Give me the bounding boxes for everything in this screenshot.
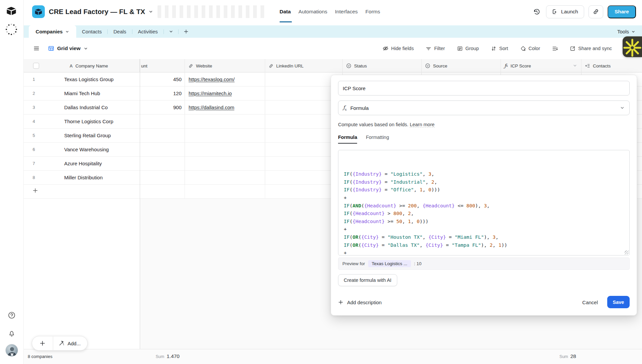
column-header-linkedin-url[interactable]: LinkedIn URL — [265, 59, 343, 72]
view-toolbar: Grid view Hide fields Filter Group — [24, 38, 642, 59]
primary-cell[interactable]: 8 Miller Distribution — [24, 171, 140, 185]
select-all-checkbox[interactable] — [33, 63, 39, 69]
column-header-icp-score[interactable]: ƒx ICP Score — [501, 59, 581, 72]
website-link[interactable]: https://texaslog.com/ — [189, 76, 235, 82]
field-type-hint: Compute values based on fields. Learn mo… — [338, 122, 435, 127]
field-menu-chevron-icon[interactable] — [573, 63, 577, 68]
loading-spinner — [5, 23, 18, 36]
website-cell[interactable]: https://texaslog.com/ — [185, 72, 265, 86]
primary-cell[interactable]: 3 Dallas Industrial Co — [24, 101, 140, 115]
icp-score-summary[interactable]: Sum 28 — [501, 353, 581, 359]
resize-grip-icon[interactable] — [625, 250, 629, 254]
help-icon[interactable] — [8, 311, 16, 319]
website-cell[interactable] — [185, 115, 265, 129]
launch-icon — [552, 9, 558, 15]
headcount-summary[interactable]: Sum 1.470 — [140, 353, 182, 359]
table-tab-bar: Companies Contacts Deals Activities Tool… — [24, 25, 642, 38]
airtable-logo-icon[interactable] — [6, 6, 17, 16]
filter-button[interactable]: Filter — [426, 46, 445, 51]
launch-button[interactable]: Launch — [546, 5, 584, 18]
tools-menu[interactable]: Tools — [617, 25, 635, 38]
linked-record-icon — [585, 63, 590, 68]
color-button[interactable]: Color — [520, 46, 540, 51]
headcount-cell[interactable] — [140, 129, 185, 143]
website-cell[interactable] — [185, 143, 265, 157]
sort-button[interactable]: Sort — [491, 46, 508, 51]
headcount-cell[interactable]: 900 — [140, 101, 185, 115]
add-table-plus-icon[interactable] — [179, 29, 194, 34]
loading-skeleton-bars — [157, 5, 268, 18]
nav-tab-interfaces[interactable]: Interfaces — [335, 9, 358, 15]
column-header-source[interactable]: Source — [422, 59, 501, 72]
tab-formatting[interactable]: Formatting — [366, 135, 389, 144]
extension-starburst-icon[interactable] — [623, 36, 642, 57]
url-link-icon — [188, 63, 193, 68]
headcount-cell[interactable]: 120 — [140, 86, 185, 101]
website-cell[interactable]: https://miamitech.io — [185, 86, 265, 101]
group-button[interactable]: Group — [457, 46, 479, 51]
primary-cell[interactable]: 2 Miami Tech Hub — [24, 86, 140, 101]
add-record-plus-button[interactable] — [32, 336, 53, 350]
preview-label: Preview for — [342, 261, 365, 266]
base-icon[interactable] — [32, 5, 45, 18]
launch-label: Launch — [561, 9, 578, 15]
column-header-company-name[interactable]: A Company Name — [24, 59, 140, 72]
user-avatar[interactable] — [5, 344, 18, 357]
add-with-ai-button[interactable]: Add... — [53, 336, 87, 350]
cancel-button[interactable]: Cancel — [582, 296, 598, 308]
tab-contacts[interactable]: Contacts — [76, 29, 107, 34]
column-header-headcount-clipped[interactable]: unt — [140, 59, 185, 72]
headcount-cell[interactable]: 450 — [140, 72, 185, 86]
learn-more-link[interactable]: Learn more — [410, 122, 434, 128]
nav-tab-data[interactable]: Data — [280, 9, 291, 15]
primary-cell[interactable]: 5 Sterling Retail Group — [24, 129, 140, 143]
formula-editor[interactable]: IF({Industry} = "Logistics", 3,IF({Indus… — [338, 150, 630, 255]
headcount-cell[interactable] — [140, 171, 185, 185]
view-sidebar-toggle-icon[interactable] — [33, 45, 39, 51]
table-list-chevron-icon[interactable] — [164, 29, 178, 34]
copy-link-icon[interactable] — [588, 5, 603, 18]
share-button[interactable]: Share — [608, 5, 636, 18]
website-link[interactable]: https://dallasind.com — [189, 105, 234, 110]
chevron-down-icon — [620, 106, 625, 110]
primary-cell[interactable]: 6 Vance Warehousing — [24, 143, 140, 157]
add-description-button[interactable]: Add description — [338, 296, 382, 308]
website-cell[interactable] — [185, 171, 265, 185]
tab-formula[interactable]: Formula — [338, 135, 357, 144]
field-name-input[interactable] — [338, 81, 630, 96]
primary-cell[interactable]: 4 Thorne Logistics Corp — [24, 115, 140, 129]
row-number: 6 — [24, 147, 44, 152]
website-cell[interactable] — [185, 129, 265, 143]
tab-companies[interactable]: Companies — [29, 25, 76, 38]
headcount-cell[interactable] — [140, 157, 185, 171]
tab-activities[interactable]: Activities — [132, 29, 164, 34]
column-header-contacts[interactable]: Contacts — [581, 59, 642, 72]
hide-fields-button[interactable]: Hide fields — [383, 45, 414, 51]
nav-tab-automations[interactable]: Automations — [299, 9, 327, 15]
column-header-website[interactable]: Website — [185, 59, 265, 72]
notifications-bell-icon[interactable] — [8, 329, 16, 337]
website-cell[interactable] — [185, 157, 265, 171]
history-icon[interactable] — [532, 6, 542, 17]
top-bar: CRE Lead Factory — FL & TX Data Automati… — [24, 0, 642, 25]
chevron-down-icon — [65, 30, 69, 34]
headcount-cell[interactable] — [140, 115, 185, 129]
column-header-status[interactable]: Status — [343, 59, 422, 72]
website-cell[interactable]: https://dallasind.com — [185, 101, 265, 115]
primary-cell[interactable]: 1 Texas Logistics Group — [24, 72, 140, 86]
preview-record-pill[interactable]: Texas Logistics ... — [368, 260, 411, 267]
view-switcher[interactable]: Grid view — [48, 45, 88, 51]
tab-deals[interactable]: Deals — [108, 29, 132, 34]
create-formula-with-ai-button[interactable]: Create formula with AI — [338, 274, 397, 286]
magic-wand-icon — [59, 340, 65, 346]
base-title[interactable]: CRE Lead Factory — FL & TX — [49, 0, 153, 23]
nav-tab-forms[interactable]: Forms — [365, 9, 380, 15]
save-button[interactable]: Save — [607, 296, 630, 308]
share-and-sync-button[interactable]: Share and sync — [570, 46, 612, 51]
tab-companies-label: Companies — [36, 29, 63, 34]
primary-cell[interactable]: 7 Azure Hospitality — [24, 157, 140, 171]
row-height-icon[interactable] — [552, 46, 558, 51]
field-type-select[interactable]: ƒx Formula — [338, 101, 630, 115]
headcount-cell[interactable] — [140, 143, 185, 157]
website-link[interactable]: https://miamitech.io — [189, 90, 232, 96]
